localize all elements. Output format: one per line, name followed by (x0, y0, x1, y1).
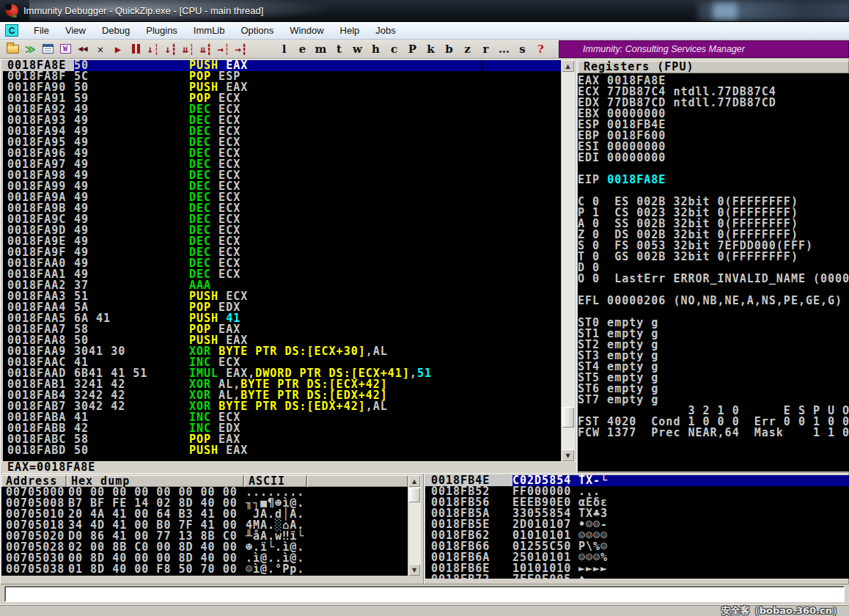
command-input[interactable] (4, 586, 845, 602)
code-token: ECX (211, 268, 240, 281)
disassembly-scrollbar[interactable]: ▲ ▼ (561, 60, 575, 461)
cpu-window-icon[interactable]: C (5, 24, 18, 37)
toolbar-letter-z[interactable]: z (458, 43, 477, 56)
toolbar-letter-l[interactable]: l (275, 43, 293, 56)
hexdump-bytes: 01 8D 40 00 F8 50 70 00 (68, 564, 246, 575)
stack-ascii: αÉδε (578, 497, 849, 508)
disassembly-pane-frame: 0018FA8E50PUSH EAX0018FA8F5CPOP ESP0018F… (0, 59, 578, 473)
disasm-bytes: 49 (74, 192, 189, 203)
register-line[interactable]: T 0 GS 002B 32bit 0(FFFFFFFF) (578, 252, 849, 263)
hexdump-header-ascii[interactable]: ASCII (244, 475, 307, 487)
menu-item-view[interactable]: View (57, 23, 94, 38)
trace-into-icon[interactable]: ⇊┆ (180, 41, 197, 57)
scroll-up-icon[interactable]: ▲ (562, 60, 574, 72)
step-over-icon[interactable]: ↓┇ (162, 41, 180, 57)
disasm-bytes: 58 (74, 434, 189, 445)
scroll-down-icon[interactable]: ▼ (408, 564, 420, 576)
stack-row[interactable]: 0018FB727FF0F005♠ (425, 574, 849, 579)
disasm-row[interactable]: 0018FABD50PUSH EAX (3, 445, 561, 456)
disasm-bytes: 59 (74, 93, 189, 104)
run-icon[interactable]: ▶ (109, 41, 127, 57)
register-line[interactable]: FCW 1377 Prec NEAR,64 Mask 1 1 0 1 1 1 (578, 428, 849, 439)
menu-items: FileViewDebugPluginsImmLibOptionsWindowH… (26, 23, 404, 38)
register-line[interactable]: EFL 00000206 (NO,NB,NE,A,NS,PE,GE,G) (578, 296, 849, 307)
stack-ascii: TX-└ (578, 475, 849, 486)
toolbar-letter-P[interactable]: P (403, 43, 422, 56)
code-token: EIP (578, 173, 607, 186)
menu-item-options[interactable]: Options (232, 23, 282, 38)
scrollbar-thumb[interactable] (562, 407, 574, 428)
stack-ascii: ►►►► (578, 563, 849, 574)
hexdump-header-hex[interactable]: Hex dump (67, 475, 244, 487)
command-bar (0, 584, 849, 604)
toolbar-letter-t[interactable]: t (330, 43, 348, 56)
windows-list-icon[interactable] (39, 41, 56, 57)
toolbar-icons: ≫W◀◀✕▶↓┆↓┇⇊┆⇊┇→┆→┇ (4, 41, 250, 57)
toolbar-letter-h[interactable]: h (367, 43, 385, 56)
toolbar-letter-…[interactable]: … (495, 43, 513, 56)
folder-glyph (7, 45, 19, 54)
disasm-bytes: 3042 42 (74, 401, 189, 412)
toolbar-letter-e[interactable]: e (293, 43, 312, 56)
hexdump-row[interactable]: 0070503801 8D 40 00 F8 50 70 00☺ì@.°Pp. (1, 564, 408, 575)
toolbar-letter-w[interactable]: w (348, 43, 367, 56)
watermark-text: 安全客（bobao.360.cn） (721, 604, 842, 616)
restart-icon[interactable]: ≫ (21, 41, 39, 57)
breakpoints-window-icon[interactable]: W (56, 41, 74, 57)
toolbar-letter-c[interactable]: c (385, 43, 403, 56)
toolbar-letter-k[interactable]: k (422, 43, 440, 56)
toolbar-letter-m[interactable]: m (312, 43, 330, 56)
open-file-icon[interactable] (4, 41, 21, 57)
disasm-instruction: DEC ECX (189, 269, 481, 280)
code-token: BYTE PTR DS:[ECX+30] (218, 345, 366, 358)
hexdump-pane[interactable]: 0070500000 00 00 00 00 00 00 00........0… (1, 487, 408, 576)
pause-glyph (132, 44, 140, 54)
register-line[interactable]: EIP 0018FA8E (578, 175, 849, 186)
disasm-bytes: 49 (74, 269, 189, 280)
pause-icon[interactable] (127, 41, 144, 57)
menu-item-window[interactable]: Window (282, 23, 331, 38)
menu-item-file[interactable]: File (26, 23, 57, 38)
execute-till-return-icon[interactable]: →┆ (215, 41, 232, 57)
code-token: PUSH (189, 444, 218, 457)
register-line[interactable]: O 0 LastErr ERROR_INVALID_NAME (0000007B… (578, 274, 849, 285)
registers-pane[interactable]: EAX 0018FA8EECX 77DB87C4 ntdll.77DB87C4E… (578, 73, 849, 472)
stack-pane-frame: 0018FB4EC02D5854TX-└0018FB52FF000000...0… (424, 473, 849, 584)
scrollbar-thumb[interactable] (408, 488, 420, 502)
toolbar-letter-s[interactable]: s (513, 43, 532, 56)
menu-item-plugins[interactable]: Plugins (138, 23, 185, 38)
stack-pane[interactable]: 0018FB4EC02D5854TX-└0018FB52FF000000...0… (425, 475, 849, 579)
code-token: , (410, 367, 417, 380)
stack-row[interactable]: 0018FB6E10101010►►►► (425, 563, 849, 574)
hexdump-scrollbar[interactable]: ▲ ▼ (408, 475, 421, 576)
close-process-icon[interactable]: ✕ (92, 41, 109, 57)
disasm-bytes: 41 (74, 412, 189, 423)
toolbar-letter-b[interactable]: b (440, 43, 458, 56)
disasm-bytes: 49 (74, 203, 189, 214)
disasm-bytes: 37 (74, 280, 189, 291)
disassembly-pane[interactable]: 0018FA8E50PUSH EAX0018FA8F5CPOP ESP0018F… (3, 60, 561, 461)
scroll-down-icon[interactable]: ▼ (562, 450, 574, 461)
app-bug-icon (6, 4, 18, 17)
register-line[interactable]: EDI 00000000 (578, 153, 849, 164)
menu-item-immlib[interactable]: ImmLib (185, 23, 233, 38)
run-to-user-code-icon[interactable]: →┇ (232, 41, 250, 57)
disasm-bytes: 58 (74, 324, 189, 335)
menu-item-debug[interactable]: Debug (94, 23, 138, 38)
disasm-bytes: 49 (74, 214, 189, 225)
menu-item-jobs[interactable]: Jobs (367, 23, 403, 38)
window-glyph (43, 44, 54, 54)
hexdump-header-address[interactable]: Address (1, 475, 67, 487)
menu-item-help[interactable]: Help (332, 23, 368, 38)
hexdump-header-row: Address Hex dump ASCII (1, 475, 408, 487)
rewind-icon[interactable]: ◀◀ (74, 41, 92, 57)
trace-over-icon[interactable]: ⇊┇ (197, 41, 215, 57)
registers-pane-frame: Registers (FPU) EAX 0018FA8EECX 77DB87C4… (576, 59, 849, 473)
toolbar-letter-?[interactable]: ? (532, 43, 550, 56)
toolbar-letter-r[interactable]: r (477, 43, 495, 56)
scroll-up-icon[interactable]: ▲ (408, 475, 420, 487)
status-bar: 安全客（bobao.360.cn） (0, 604, 849, 616)
disasm-bytes: 49 (74, 236, 189, 247)
step-into-icon[interactable]: ↓┆ (144, 41, 162, 57)
disasm-address: 0018FABD (3, 445, 74, 456)
